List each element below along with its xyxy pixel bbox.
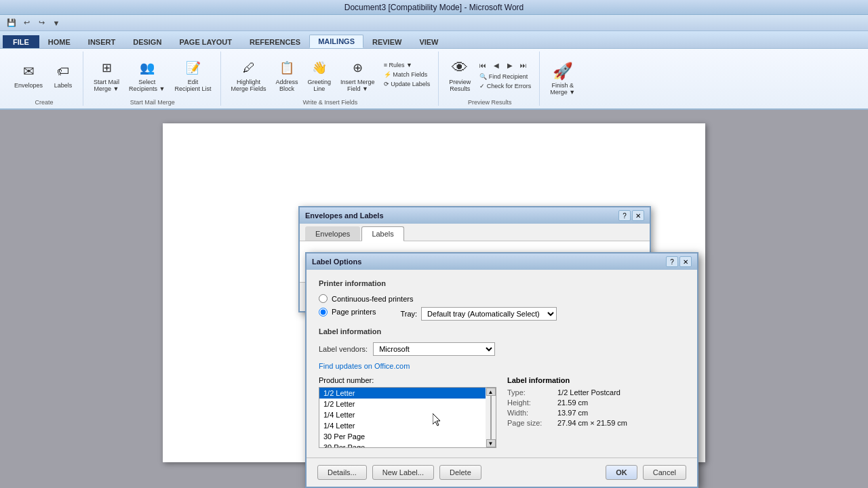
redo-button[interactable]: ↪: [35, 17, 47, 29]
create-group-label: Create: [35, 99, 54, 106]
ribbon-group-preview: 👁 PreviewResults ⏮ ◀ ▶ ⏭ 🔍 Find Recipien…: [440, 52, 540, 106]
tab-file[interactable]: FILE: [3, 35, 39, 48]
ribbon-tabs: FILE HOME INSERT DESIGN PAGE LAYOUT REFE…: [0, 31, 868, 49]
label-options-body: Printer information Continuous-feed prin…: [307, 270, 697, 458]
insert-icon: ⊕: [347, 57, 368, 79]
tab-review[interactable]: REVIEW: [363, 35, 410, 48]
tab-design[interactable]: DESIGN: [124, 35, 170, 48]
find-recipient-button[interactable]: 🔍 Find Recipient: [477, 73, 530, 81]
label-options-help-button[interactable]: ?: [666, 256, 678, 267]
tray-dropdown[interactable]: Default tray (Automatically Select): [421, 307, 557, 321]
preview-group-label: Preview Results: [468, 99, 512, 106]
customize-button[interactable]: ▼: [50, 17, 62, 29]
product-number-label: Product number:: [319, 376, 496, 384]
first-record-button[interactable]: ⏮: [477, 59, 489, 71]
product-item-1[interactable]: 1/2 Letter: [319, 399, 496, 409]
envelopes-dialog-controls: ? ✕: [618, 210, 644, 221]
label-options-close-button[interactable]: ✕: [679, 256, 692, 267]
greeting-icon: 👋: [309, 57, 330, 79]
last-record-button[interactable]: ⏭: [517, 59, 530, 71]
tab-references[interactable]: REFERENCES: [241, 35, 309, 48]
new-label-button[interactable]: New Label...: [372, 465, 434, 480]
tab-insert[interactable]: INSERT: [79, 35, 124, 48]
label-options-bottom-bar: Details... New Label... Delete OK Cancel: [307, 458, 697, 487]
finish-merge-button[interactable]: 🚀 Finish &Merge ▼: [547, 58, 578, 98]
undo-button[interactable]: ↩: [20, 17, 33, 29]
labels-tab[interactable]: Labels: [361, 226, 403, 241]
scroll-thumb[interactable]: [490, 396, 492, 439]
tab-page-layout[interactable]: PAGE LAYOUT: [170, 35, 241, 48]
edit-list-icon: 📝: [182, 57, 204, 79]
width-key: Width:: [507, 409, 555, 417]
rules-button[interactable]: ≡ Rules ▼: [381, 61, 415, 69]
delete-button[interactable]: Delete: [439, 465, 481, 480]
tab-view[interactable]: VIEW: [410, 35, 447, 48]
vendor-label: Label vendors:: [319, 345, 368, 353]
tab-home[interactable]: HOME: [39, 35, 79, 48]
edit-recipient-list-button[interactable]: 📝 EditRecipient List: [171, 55, 214, 94]
recipients-icon: 👥: [136, 57, 158, 79]
main-layout: Document3 [Compatibility Mode] - Microso…: [0, 0, 868, 488]
product-item-3[interactable]: 1/4 Letter: [319, 420, 496, 431]
envelopes-close-button[interactable]: ✕: [632, 210, 644, 221]
height-key: Height:: [507, 399, 555, 407]
product-item-2[interactable]: 1/4 Letter: [319, 409, 496, 420]
ok-button[interactable]: OK: [606, 465, 637, 480]
start-mail-merge-group-label: Start Mail Merge: [130, 99, 175, 106]
label-options-titlebar: Label Options ? ✕: [307, 253, 697, 270]
label-options-title: Label Options: [312, 258, 361, 266]
ribbon-group-start-mail-merge: ⊞ Start MailMerge ▼ 👥 SelectRecipients ▼…: [85, 52, 220, 106]
address-icon: 📋: [276, 57, 298, 79]
continuous-feed-radio[interactable]: [319, 294, 328, 303]
envelopes-button[interactable]: ✉ Envelopes: [11, 58, 46, 91]
scroll-up-arrow[interactable]: ▲: [486, 388, 496, 396]
tray-label: Tray:: [400, 310, 417, 318]
product-item-5[interactable]: 30 Per Page: [319, 442, 496, 448]
envelopes-dialog-titlebar: Envelopes and Labels ? ✕: [300, 207, 650, 224]
write-insert-group-label: Write & Insert Fields: [302, 99, 357, 106]
preview-results-button[interactable]: 👁 PreviewResults: [446, 55, 474, 94]
highlight-icon: 🖊: [238, 57, 260, 79]
mail-merge-icon: ⊞: [96, 57, 117, 79]
cancel-button[interactable]: Cancel: [643, 465, 686, 480]
vendor-dropdown[interactable]: Microsoft: [373, 342, 495, 356]
save-button[interactable]: 💾: [5, 17, 18, 29]
type-row: Type: 1/2 Letter Postcard: [507, 388, 685, 396]
product-label-area: Product number: 1/2 Letter 1/2 Letter 1/…: [319, 376, 685, 448]
start-mail-merge-button[interactable]: ⊞ Start MailMerge ▼: [90, 55, 123, 94]
printer-info-title: Printer information: [319, 279, 685, 287]
envelopes-dialog-title: Envelopes and Labels: [305, 211, 384, 220]
labels-button[interactable]: 🏷 Labels: [49, 58, 77, 91]
greeting-line-button[interactable]: 👋 GreetingLine: [304, 55, 335, 94]
page-size-key: Page size:: [507, 419, 555, 427]
page-printers-radio[interactable]: [319, 308, 328, 317]
scroll-down-arrow[interactable]: ▼: [486, 439, 496, 447]
quick-access-toolbar: 💾 ↩ ↪ ▼: [0, 15, 868, 31]
type-key: Type:: [507, 388, 555, 396]
ribbon-group-write-insert: 🖊 HighlightMerge Fields 📋 AddressBlock 👋…: [222, 52, 439, 106]
product-list-scrollbar[interactable]: ▲ ▼: [486, 387, 496, 448]
product-item-4[interactable]: 30 Per Page: [319, 431, 496, 442]
select-recipients-button[interactable]: 👥 SelectRecipients ▼: [125, 55, 168, 94]
next-record-button[interactable]: ▶: [504, 59, 516, 71]
highlight-merge-fields-button[interactable]: 🖊 HighlightMerge Fields: [228, 55, 270, 94]
vendor-row: Label vendors: Microsoft: [319, 342, 685, 356]
address-block-button[interactable]: 📋 AddressBlock: [273, 55, 302, 94]
details-button[interactable]: Details...: [317, 465, 367, 480]
envelopes-help-button[interactable]: ?: [618, 210, 631, 221]
envelope-icon: ✉: [18, 60, 39, 82]
product-item-0[interactable]: 1/2 Letter: [319, 388, 496, 399]
insert-merge-field-button[interactable]: ⊕ Insert MergeField ▼: [337, 55, 378, 94]
label-details-col: Label information Type: 1/2 Letter Postc…: [507, 376, 685, 448]
update-labels-button[interactable]: ⟳ Update Labels: [381, 80, 433, 88]
tab-mailings[interactable]: MAILINGS: [309, 35, 363, 48]
content-area: Envelopes and Labels ? ✕ Envelopes Label…: [0, 110, 868, 488]
prev-record-button[interactable]: ◀: [490, 59, 502, 71]
match-fields-button[interactable]: ⚡ Match Fields: [381, 70, 431, 79]
find-updates-link[interactable]: Find updates on Office.com: [319, 362, 410, 370]
page-printers-label: Page printers: [332, 308, 376, 316]
check-for-errors-button[interactable]: ✓ Check for Errors: [477, 82, 534, 90]
envelopes-tab[interactable]: Envelopes: [305, 226, 360, 241]
product-list: 1/2 Letter 1/2 Letter 1/4 Letter 1/4 Let…: [319, 387, 496, 448]
ribbon-group-finish: 🚀 Finish &Merge ▼: [541, 52, 584, 106]
